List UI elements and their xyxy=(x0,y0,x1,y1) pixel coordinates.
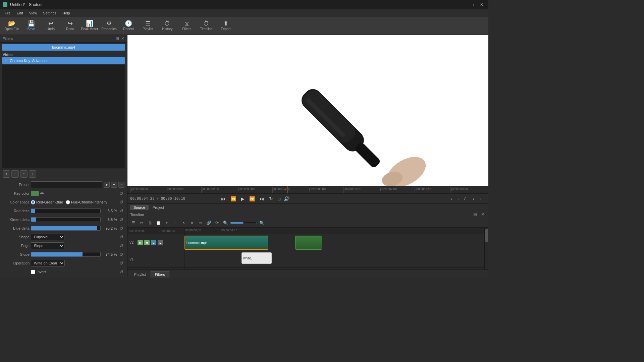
slope-track[interactable] xyxy=(31,252,101,257)
color-space-reset[interactable]: ↺ xyxy=(118,199,124,205)
properties-button[interactable]: ⚙ Properties xyxy=(100,18,118,34)
timeline-toolbar: ☰ ✂ ⎘ 📋 + − ∧ ∨ ▭ 🔗 ⟳ 🔍 🔍 xyxy=(127,218,488,228)
move-up-filter-button[interactable]: ↑ xyxy=(20,170,28,178)
radio-rgb[interactable]: Red-Green-Blue xyxy=(31,200,63,204)
timeline-sub-button[interactable]: − xyxy=(171,220,179,226)
track-v2-c-button[interactable]: C xyxy=(151,240,156,245)
timeline-snap-button[interactable]: 🔗 xyxy=(205,220,212,226)
track-v2-l-button[interactable]: L xyxy=(158,240,163,245)
export-button[interactable]: ⬆ Export xyxy=(217,18,235,34)
panel-dock-icon[interactable]: ⊞ xyxy=(116,36,119,41)
operation-reset[interactable]: ↺ xyxy=(118,260,124,266)
redo-button[interactable]: ↪ Redo xyxy=(61,18,79,34)
tab-filters[interactable]: Filters xyxy=(151,271,169,278)
prev-frame-button[interactable]: ⏪ xyxy=(229,195,237,202)
tab-playlist[interactable]: Playlist xyxy=(130,272,150,278)
menu-view[interactable]: View xyxy=(26,10,40,16)
history-button[interactable]: ⏱ History xyxy=(158,18,176,34)
slope-reset[interactable]: ↺ xyxy=(118,252,124,257)
in-point-display: --:--:--/ xyxy=(446,196,466,201)
next-frame-button[interactable]: ⏩ xyxy=(248,195,256,202)
timeline-zoom-slider[interactable] xyxy=(230,222,257,224)
green-delta-fill xyxy=(31,218,36,222)
color-picker-button[interactable]: ✏ xyxy=(40,191,44,196)
invert-checkbox-label[interactable]: Invert xyxy=(31,270,46,274)
scrollbar-thumb[interactable] xyxy=(485,229,488,242)
source-tab[interactable]: Source xyxy=(130,205,149,210)
menu-settings[interactable]: Settings xyxy=(40,10,59,16)
clip-green[interactable] xyxy=(295,236,322,250)
peak-meter-button[interactable]: 📊 Peak Meter xyxy=(80,18,99,34)
preset-remove-button[interactable]: − xyxy=(118,182,124,188)
radio-rgb-input[interactable] xyxy=(31,200,35,204)
timeline-menu-button[interactable]: ☰ xyxy=(129,220,137,226)
timeline-lift-button[interactable]: ∧ xyxy=(180,220,187,226)
timeline-close-button[interactable]: ✕ xyxy=(480,212,486,217)
radio-hci-input[interactable] xyxy=(66,200,70,204)
timeline-ripple-button[interactable]: ⟳ xyxy=(213,220,221,226)
key-color-swatch[interactable] xyxy=(31,191,39,196)
menu-edit[interactable]: Edit xyxy=(14,10,26,16)
key-color-reset[interactable]: ↺ xyxy=(118,191,124,196)
timeline-zoom-out-button[interactable]: 🔍 xyxy=(222,220,229,226)
play-button[interactable]: ▶ xyxy=(239,195,246,202)
filters-button[interactable]: ⧖ Filters xyxy=(178,18,196,34)
blue-delta-reset[interactable]: ↺ xyxy=(118,226,124,231)
timeline-overwrite-button[interactable]: ∨ xyxy=(188,220,196,226)
red-delta-slider: 5.5 % xyxy=(31,208,117,213)
timeline-dock-button[interactable]: ⊞ xyxy=(472,212,478,217)
green-delta-track[interactable] xyxy=(31,217,101,222)
edge-label: Edge xyxy=(3,244,30,248)
blue-delta-track[interactable] xyxy=(31,226,101,231)
track-v2-m-button[interactable]: M xyxy=(138,240,143,245)
shape-select[interactable]: Ellipsoid Cube xyxy=(31,234,64,240)
timeline-add-button[interactable]: + xyxy=(163,220,170,226)
invert-checkbox[interactable] xyxy=(31,270,35,274)
vertical-scrollbar[interactable] xyxy=(484,228,488,269)
edge-reset[interactable]: ↺ xyxy=(118,243,124,248)
clip-boommic[interactable]: boommic.mp4 xyxy=(184,236,268,250)
panel-close-icon[interactable]: ✕ xyxy=(121,36,124,41)
red-delta-reset[interactable]: ↺ xyxy=(118,208,124,214)
red-delta-track[interactable] xyxy=(31,208,101,213)
track-header-v1: V1 xyxy=(127,251,184,268)
timeline-button[interactable]: ⏱ Timeline xyxy=(197,18,215,34)
track-v2-h-button[interactable]: H xyxy=(144,240,150,245)
skip-start-button[interactable]: ⏮ xyxy=(220,195,227,202)
undo-button[interactable]: ↩ Undo xyxy=(42,18,60,34)
recent-button[interactable]: 🕐 Recent xyxy=(119,18,138,34)
add-filter-button[interactable]: + xyxy=(3,170,10,178)
radio-hci[interactable]: Hue-Chroma-Intensity xyxy=(66,200,107,204)
filter-item-chroma[interactable]: ✓ Chroma Key: Advanced xyxy=(2,57,125,64)
skip-end-button[interactable]: ⏭ xyxy=(258,195,266,202)
menu-help[interactable]: Help xyxy=(60,10,73,16)
timeline-clip-button[interactable]: ▭ xyxy=(197,220,204,226)
preset-dropdown-icon[interactable]: ▼ xyxy=(104,182,110,188)
maximize-button[interactable]: □ xyxy=(468,2,476,8)
current-time-display: 00:00:04:28 xyxy=(130,196,155,201)
preset-input[interactable] xyxy=(31,181,102,188)
menu-file[interactable]: File xyxy=(2,10,13,16)
in-out-button[interactable]: ⏍ xyxy=(276,195,282,202)
green-delta-reset[interactable]: ↺ xyxy=(118,217,124,222)
close-button[interactable]: ✕ xyxy=(478,2,486,8)
save-button[interactable]: 💾 Save xyxy=(22,18,40,34)
edge-select[interactable]: Slope Hard xyxy=(31,242,64,249)
move-down-filter-button[interactable]: ↓ xyxy=(29,170,36,178)
project-tab[interactable]: Project xyxy=(149,205,167,210)
clip-white[interactable]: white. xyxy=(241,252,272,264)
shape-reset[interactable]: ↺ xyxy=(118,234,124,240)
timeline-icon: ⏱ xyxy=(203,20,209,26)
loop-button[interactable]: ↻ xyxy=(268,195,274,202)
remove-filter-button[interactable]: − xyxy=(11,170,19,178)
minimize-button[interactable]: ─ xyxy=(459,2,467,8)
operation-select[interactable]: Write on Clear Over In Out xyxy=(31,260,65,266)
timeline-zoom-in-button[interactable]: 🔍 xyxy=(258,220,265,226)
timeline-paste-button[interactable]: 📋 xyxy=(155,220,162,226)
timeline-copy-button[interactable]: ⎘ xyxy=(146,220,154,226)
open-file-button[interactable]: 📂 Open File xyxy=(3,18,21,34)
preset-add-button[interactable]: + xyxy=(111,182,117,188)
invert-reset[interactable]: ↺ xyxy=(118,269,124,275)
playlist-button[interactable]: ☰ Playlist xyxy=(139,18,157,34)
timeline-cut-button[interactable]: ✂ xyxy=(138,220,145,226)
